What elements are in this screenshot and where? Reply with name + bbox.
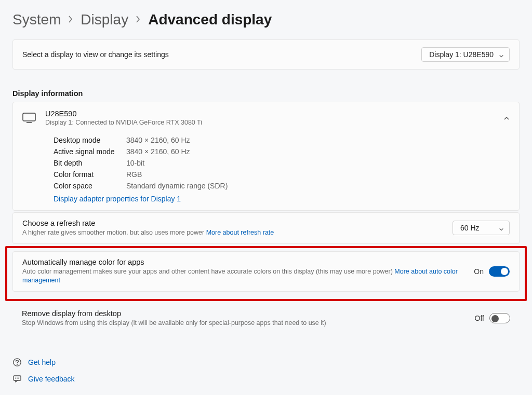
svg-rect-0: [23, 113, 35, 121]
kv-key: Color format: [54, 170, 126, 179]
help-icon: [12, 358, 22, 367]
refresh-rate-value: 60 Hz: [460, 224, 480, 232]
give-feedback-link[interactable]: Give feedback: [12, 374, 75, 384]
remove-display-title: Remove display from desktop: [22, 309, 466, 318]
svg-point-5: [15, 378, 16, 379]
remove-display-toggle-label: Off: [475, 314, 484, 322]
refresh-rate-more-link[interactable]: More about refresh rate: [206, 229, 274, 236]
get-help-text: Get help: [28, 358, 56, 366]
kv-row: Active signal mode 3840 × 2160, 60 Hz: [54, 146, 510, 157]
svg-point-7: [18, 378, 19, 379]
give-feedback-text: Give feedback: [28, 375, 75, 383]
breadcrumb-display[interactable]: Display: [81, 11, 128, 28]
auto-color-sub: Auto color management makes sure your ap…: [22, 267, 464, 285]
breadcrumb: System Display Advanced display: [12, 11, 520, 28]
auto-color-sub-text: Auto color management makes sure your ap…: [22, 268, 394, 275]
display-selector-dropdown[interactable]: Display 1: U28E590: [421, 47, 510, 62]
display-selector-value: Display 1: U28E590: [429, 50, 494, 59]
remove-display-row: Remove display from desktop Stop Windows…: [12, 305, 520, 330]
remove-display-sub: Stop Windows from using this display (it…: [22, 319, 466, 328]
kv-key: Active signal mode: [54, 147, 126, 156]
display-info-card: U28E590 Display 1: Connected to NVIDIA G…: [12, 102, 520, 211]
chevron-up-icon: [503, 115, 510, 121]
monitor-icon: [22, 113, 36, 123]
auto-color-card: Automatically manage color for apps Auto…: [12, 251, 520, 292]
display-info-header[interactable]: U28E590 Display 1: Connected to NVIDIA G…: [13, 102, 519, 131]
refresh-rate-dropdown[interactable]: 60 Hz: [453, 221, 510, 235]
auto-color-title: Automatically manage color for apps: [22, 258, 464, 266]
kv-row: Color space Standard dynamic range (SDR): [54, 180, 510, 192]
refresh-rate-sub: A higher rate gives smoother motion, but…: [22, 228, 443, 237]
highlighted-region: Automatically manage color for apps Auto…: [5, 246, 527, 301]
chevron-down-icon: [499, 225, 504, 230]
kv-val: 3840 × 2160, 60 Hz: [126, 136, 190, 144]
section-heading-display-info: Display information: [12, 89, 520, 98]
refresh-rate-sub-text: A higher rate gives smoother motion, but…: [22, 229, 206, 236]
chevron-right-icon: [136, 14, 141, 26]
display-connection: Display 1: Connected to NVIDIA GeForce R…: [45, 119, 494, 126]
kv-val: Standard dynamic range (SDR): [126, 182, 228, 190]
kv-row: Desktop mode 3840 × 2160, 60 Hz: [54, 134, 510, 146]
kv-val: 3840 × 2160, 60 Hz: [126, 147, 190, 156]
kv-key: Color space: [54, 182, 126, 190]
select-display-prompt: Select a display to view or change its s…: [22, 50, 169, 59]
bottom-links: Get help Give feedback: [12, 358, 75, 384]
svg-point-2: [14, 359, 21, 366]
breadcrumb-system[interactable]: System: [12, 11, 61, 28]
svg-point-6: [17, 378, 18, 379]
chevron-down-icon: [499, 52, 504, 57]
breadcrumb-current: Advanced display: [148, 11, 272, 28]
get-help-link[interactable]: Get help: [12, 358, 75, 367]
select-display-card: Select a display to view or change its s…: [12, 39, 520, 70]
svg-point-3: [17, 364, 18, 365]
feedback-icon: [12, 374, 22, 384]
kv-key: Desktop mode: [54, 136, 126, 144]
display-model: U28E590: [45, 110, 494, 118]
refresh-rate-card: Choose a refresh rate A higher rate give…: [12, 212, 520, 244]
refresh-rate-title: Choose a refresh rate: [22, 219, 443, 227]
adapter-properties-link[interactable]: Display adapter properties for Display 1: [54, 195, 181, 203]
kv-val: RGB: [126, 170, 142, 179]
kv-val: 10-bit: [126, 159, 144, 167]
kv-row: Color format RGB: [54, 169, 510, 180]
remove-display-toggle[interactable]: [489, 313, 510, 323]
chevron-right-icon: [68, 14, 73, 26]
display-info-details: Desktop mode 3840 × 2160, 60 Hz Active s…: [13, 131, 519, 210]
auto-color-toggle[interactable]: [489, 266, 510, 277]
kv-row: Bit depth 10-bit: [54, 157, 510, 169]
kv-key: Bit depth: [54, 159, 126, 167]
auto-color-toggle-label: On: [474, 267, 484, 276]
